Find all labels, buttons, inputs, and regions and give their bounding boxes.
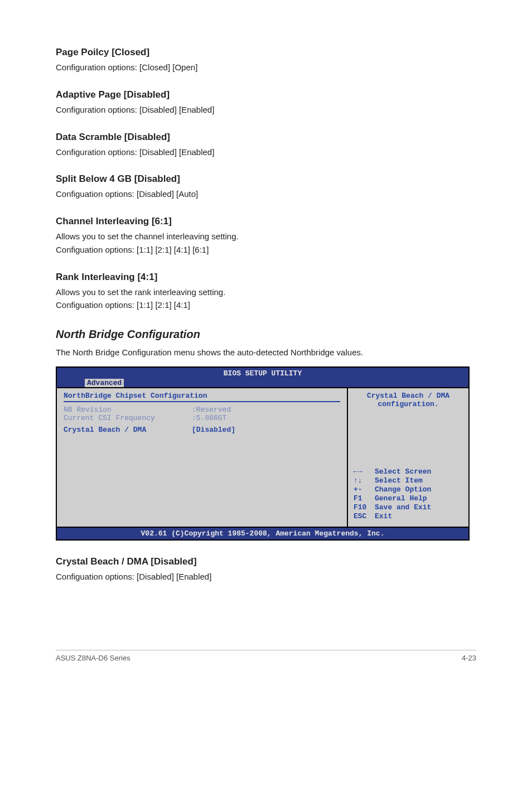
heading-north-bridge: North Bridge Configuration — [56, 328, 476, 341]
bios-section-header: NorthBridge Chipset Configuration — [64, 392, 340, 400]
section-adaptive-page: Adaptive Page [Disabled] Configuration o… — [56, 89, 476, 116]
bios-key-general-help-label: General Help — [375, 494, 427, 503]
bios-key-select-item: ↑↓ Select Item — [354, 476, 463, 485]
footer-left: ASUS Z8NA-D6 Series — [56, 654, 130, 662]
heading-split-below: Split Below 4 GB [Disabled] — [56, 173, 476, 185]
bios-body: NorthBridge Chipset Configuration NB Rev… — [57, 387, 468, 528]
heading-page-policy: Page Poilcy [Closed] — [56, 47, 476, 58]
bios-key-exit: ESC Exit — [354, 512, 463, 520]
bios-key-change-option-label: Change Option — [375, 485, 431, 494]
heading-crystal-beach-dma: Crystal Beach / DMA [Disabled] — [56, 556, 476, 567]
bios-tab-row: Advanced — [57, 379, 468, 387]
page-footer: ASUS Z8NA-D6 Series 4-23 — [56, 650, 476, 662]
bios-row-crystal-beach-value: [Disabled] — [192, 426, 235, 434]
bios-left-pane: NorthBridge Chipset Configuration NB Rev… — [57, 388, 347, 527]
body-data-scramble: Configuration options: [Disabled] [Enabl… — [56, 146, 476, 158]
heading-adaptive-page: Adaptive Page [Disabled] — [56, 89, 476, 100]
bios-key-select-screen-label: Select Screen — [375, 467, 431, 476]
bios-key-save-exit-label: Save and Exit — [375, 503, 431, 512]
bios-row-nb-revision-key: NB Revision — [64, 406, 192, 414]
bios-row-crystal-beach[interactable]: Crystal Beach / DMA [Disabled] — [64, 426, 340, 434]
bios-key-save-exit: F10 Save and Exit — [354, 503, 463, 512]
f1-key-icon: F1 — [354, 494, 375, 503]
section-north-bridge: North Bridge Configuration The North Bri… — [56, 328, 476, 359]
bios-row-csi-frequency-value: :5.866GT — [192, 414, 226, 422]
bios-row-crystal-beach-key: Crystal Beach / DMA — [64, 426, 192, 434]
body1-rank-interleaving: Allows you to set the rank interleaving … — [56, 286, 476, 298]
bios-title: BIOS SETUP UTILITY — [57, 368, 468, 379]
body2-rank-interleaving: Configuation options: [1:1] [2:1] [4:1] — [56, 299, 476, 311]
arrows-up-down-icon: ↑↓ — [354, 476, 375, 485]
heading-channel-interleaving: Channel Interleaving [6:1] — [56, 216, 476, 227]
section-page-policy: Page Poilcy [Closed] Configuration optio… — [56, 47, 476, 74]
bios-key-exit-label: Exit — [375, 512, 392, 520]
bios-help-line2: configuration. — [354, 400, 463, 408]
bios-screenshot: BIOS SETUP UTILITY Advanced NorthBridge … — [56, 366, 470, 541]
body-north-bridge: The North Bridge Configuration menu show… — [56, 346, 476, 359]
bios-help-line1: Crystal Beach / DMA — [354, 392, 463, 400]
bios-key-general-help: F1 General Help — [354, 494, 463, 503]
body-page-policy: Configuration options: [Closed] [Open] — [56, 61, 476, 74]
section-channel-interleaving: Channel Interleaving [6:1] Allows you to… — [56, 216, 476, 256]
bios-row-nb-revision-value: :Reserved — [192, 406, 231, 414]
bios-row-nb-revision: NB Revision :Reserved — [64, 406, 340, 414]
section-split-below: Split Below 4 GB [Disabled] Configuation… — [56, 173, 476, 200]
heading-rank-interleaving: Rank Interleaving [4:1] — [56, 272, 476, 283]
body2-channel-interleaving: Configuation options: [1:1] [2:1] [4:1] … — [56, 244, 476, 256]
body-adaptive-page: Configuration options: [Disabled] [Enabl… — [56, 104, 476, 116]
f10-key-icon: F10 — [354, 503, 375, 512]
plus-minus-icon: +- — [354, 485, 375, 494]
section-rank-interleaving: Rank Interleaving [4:1] Allows you to se… — [56, 272, 476, 312]
body-split-below: Configuation options: [Disabled] [Auto] — [56, 188, 476, 200]
esc-key-icon: ESC — [354, 512, 375, 520]
bios-right-pane: Crystal Beach / DMA configuration. ←→ Se… — [347, 388, 468, 527]
body1-channel-interleaving: Allows you to set the channel interleavi… — [56, 230, 476, 243]
bios-row-csi-frequency-key: Current CSI Frequency — [64, 414, 192, 422]
footer-right: 4-23 — [462, 654, 476, 662]
section-data-scramble: Data Scramble [Disabled] Configuration o… — [56, 132, 476, 158]
bios-key-change-option: +- Change Option — [354, 485, 463, 494]
bios-divider — [64, 401, 340, 402]
body-crystal-beach-dma: Configuation options: [Disabled] [Enable… — [56, 571, 476, 583]
arrows-left-right-icon: ←→ — [354, 467, 375, 476]
bios-tab-advanced[interactable]: Advanced — [85, 379, 124, 387]
bios-footer: V02.61 (C)Copyright 1985-2008, American … — [57, 528, 468, 539]
bios-key-select-item-label: Select Item — [375, 476, 423, 485]
page: Page Poilcy [Closed] Configuration optio… — [0, 0, 532, 684]
bios-help-text: Crystal Beach / DMA configuration. — [354, 392, 463, 408]
bios-row-csi-frequency: Current CSI Frequency :5.866GT — [64, 414, 340, 422]
section-crystal-beach-dma: Crystal Beach / DMA [Disabled] Configuat… — [56, 556, 476, 583]
bios-key-help: ←→ Select Screen ↑↓ Select Item +- Chang… — [354, 467, 463, 521]
bios-key-select-screen: ←→ Select Screen — [354, 467, 463, 476]
heading-data-scramble: Data Scramble [Disabled] — [56, 132, 476, 143]
